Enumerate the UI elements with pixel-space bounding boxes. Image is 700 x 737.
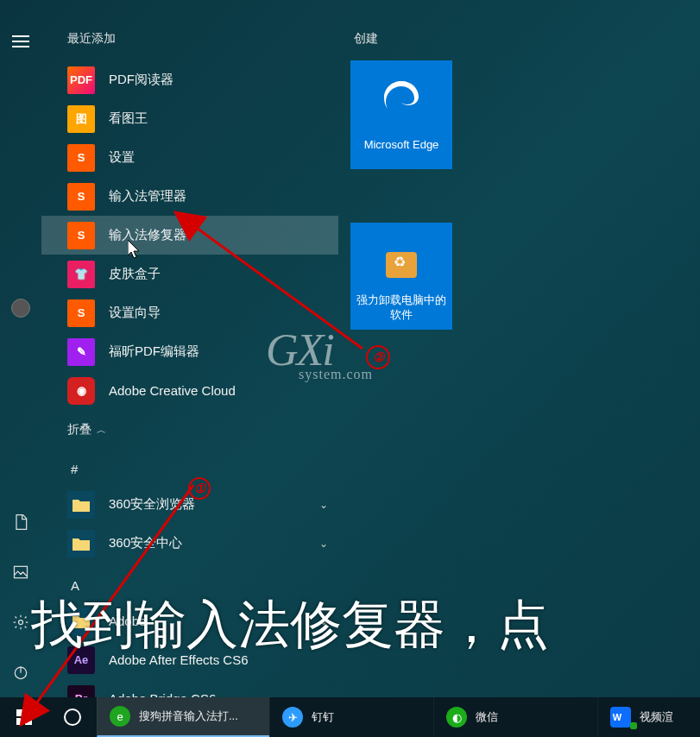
letter-header-hash[interactable]: #: [41, 446, 338, 485]
app-label: 设置向导: [109, 305, 161, 321]
pictures-button[interactable]: [0, 547, 41, 597]
app-item-adobe-cc[interactable]: ◉ Adobe Creative Cloud: [41, 371, 338, 410]
app-item-setup-wizard[interactable]: S 设置向导: [41, 293, 338, 332]
after-effects-icon: Ae: [67, 646, 95, 674]
skin-icon: 👕: [67, 261, 95, 288]
svg-rect-0: [15, 566, 28, 577]
chevron-down-icon: ⌄: [319, 499, 328, 511]
app-label: 福昕PDF编辑器: [109, 343, 199, 360]
start-button[interactable]: [0, 697, 48, 737]
tiles-column: 创建 Microsoft Edge 强力卸载电脑中的软件: [338, 0, 452, 697]
tile-label: Microsoft Edge: [364, 138, 439, 153]
tiles-header: 创建: [350, 24, 452, 60]
taskbar-item-wps-video[interactable]: W 视频渲: [597, 697, 700, 737]
app-label: PDF阅读器: [109, 72, 173, 88]
app-item-ime-manager[interactable]: S 输入法管理器: [41, 177, 338, 216]
app-list-column: 最近添加 PDF PDF阅读器 图 看图王 S 设置 S 输入法管理器 S 输入…: [41, 0, 338, 697]
gear-icon: [12, 614, 29, 631]
foxit-icon: ✎: [67, 338, 95, 366]
cortana-ring-icon: [64, 709, 81, 726]
app-label: 输入法修复器: [109, 227, 186, 243]
collapse-label: 折叠: [67, 422, 91, 438]
settings-button[interactable]: [0, 597, 41, 647]
app-item-sogou-settings[interactable]: S 设置: [41, 138, 338, 177]
taskbar-label: 视频渲: [640, 709, 673, 725]
hamburger-button[interactable]: [0, 24, 41, 59]
recently-added-header: 最近添加: [41, 24, 338, 60]
wechat-icon: ◐: [446, 707, 467, 728]
start-menu-panel: 最近添加 PDF PDF阅读器 图 看图王 S 设置 S 输入法管理器 S 输入…: [0, 0, 700, 697]
pictures-icon: [12, 564, 29, 581]
user-avatar-icon: [11, 299, 30, 318]
app-item-after-effects[interactable]: Ae Adobe After Effects CS6: [41, 640, 338, 679]
chevron-down-icon: ⌄: [319, 615, 328, 627]
app-folder-360-browser[interactable]: 360安全浏览器 ⌄: [41, 485, 338, 524]
tile-label: 强力卸载电脑中的软件: [356, 293, 447, 323]
app-label: 360安全中心: [109, 535, 182, 551]
sogou-icon: S: [67, 222, 95, 249]
app-item-foxit-pdf[interactable]: ✎ 福昕PDF编辑器: [41, 332, 338, 371]
tile-microsoft-edge[interactable]: Microsoft Edge: [350, 60, 452, 169]
app-label: Adobe: [109, 614, 146, 628]
start-left-rail: [0, 0, 41, 697]
chevron-down-icon: ⌄: [319, 538, 328, 550]
app-item-kantu[interactable]: 图 看图王: [41, 99, 338, 138]
windows-logo-icon: [16, 709, 32, 725]
chevron-up-icon: ︿: [97, 424, 106, 437]
user-account-button[interactable]: [0, 283, 41, 333]
app-label: Adobe Creative Cloud: [109, 383, 236, 398]
app-folder-360-security[interactable]: 360安全中心 ⌄: [41, 524, 338, 563]
taskbar-item-wechat[interactable]: ◐ 微信: [433, 697, 597, 737]
app-label: 360安全浏览器: [109, 496, 195, 513]
adobe-cc-icon: ◉: [67, 377, 95, 405]
taskbar-label: 微信: [476, 709, 498, 725]
folder-icon: [67, 530, 95, 557]
app-label: 输入法管理器: [109, 188, 186, 205]
letter-header-a[interactable]: A: [41, 563, 338, 602]
app-label: Adobe After Effects CS6: [109, 652, 248, 667]
app-item-skin-box[interactable]: 👕 皮肤盒子: [41, 255, 338, 293]
taskbar-label: 搜狗拼音输入法打...: [139, 709, 238, 724]
documents-button[interactable]: [0, 497, 41, 547]
svg-point-1: [19, 620, 23, 625]
power-button[interactable]: [0, 647, 41, 697]
sogou-icon: S: [67, 299, 95, 327]
kantu-icon: 图: [67, 105, 95, 133]
document-icon: [12, 513, 29, 531]
sogou-icon: S: [67, 183, 95, 211]
taskbar-label: 钉钉: [312, 709, 334, 725]
pdf-reader-icon: PDF: [67, 66, 95, 94]
dingtalk-icon: ✈: [282, 707, 303, 728]
app-label: 皮肤盒子: [109, 266, 161, 282]
app-folder-adobe[interactable]: Adobe ⌄: [41, 602, 338, 640]
folder-icon: [67, 608, 95, 635]
cortana-button[interactable]: [48, 697, 97, 737]
collapse-toggle[interactable]: 折叠 ︿: [41, 410, 338, 446]
sogou-taskbar-icon: e: [110, 706, 130, 727]
folder-icon: [67, 491, 95, 519]
edge-icon: [380, 77, 423, 129]
sogou-icon: S: [67, 144, 95, 172]
app-label: 设置: [109, 149, 135, 166]
power-icon: [12, 664, 29, 681]
taskbar-item-dingtalk[interactable]: ✈ 钉钉: [269, 697, 433, 737]
uninstall-box-icon: [386, 252, 417, 278]
wps-icon: W: [610, 707, 631, 728]
taskbar: e 搜狗拼音输入法打... ✈ 钉钉 ◐ 微信 W 视频渲: [0, 697, 700, 737]
taskbar-item-sogou[interactable]: e 搜狗拼音输入法打...: [97, 697, 269, 737]
app-item-ime-repair[interactable]: S 输入法修复器: [41, 216, 338, 255]
app-label: 看图王: [109, 110, 148, 127]
app-item-pdf-reader[interactable]: PDF PDF阅读器: [41, 60, 338, 99]
tile-uninstall-software[interactable]: 强力卸载电脑中的软件: [350, 223, 452, 330]
